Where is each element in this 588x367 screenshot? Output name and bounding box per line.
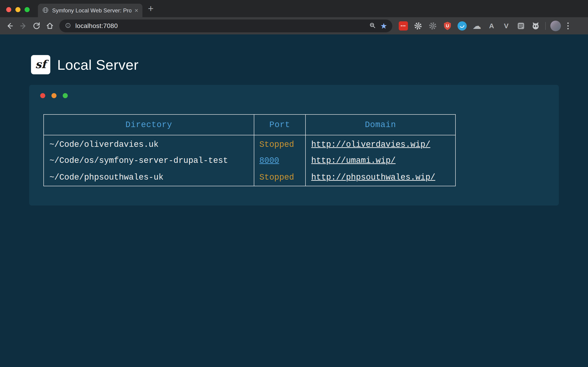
forward-arrow-icon <box>18 21 28 31</box>
domain-link[interactable]: http://umami.wip/ <box>311 156 396 165</box>
profile-avatar[interactable] <box>550 21 561 31</box>
table-row: ~/Code/os/symfony-server-drupal-test 800… <box>44 152 456 169</box>
home-icon <box>45 21 55 31</box>
gear-light-extension-icon[interactable] <box>413 21 423 31</box>
address-bar[interactable]: localhost:7080 ★ <box>59 19 392 32</box>
letter-a-extension-icon[interactable]: A <box>486 21 497 31</box>
browser-tab[interactable]: Symfony Local Web Server: Prox × <box>38 4 142 17</box>
github-octocat-extension-icon[interactable] <box>531 21 541 31</box>
bookmark-star-icon[interactable]: ★ <box>380 22 387 30</box>
back-button[interactable] <box>3 19 17 33</box>
header-domain: Domain <box>305 115 456 135</box>
panel-window-dots <box>40 93 548 98</box>
browser-window: Symfony Local Web Server: Prox × + <box>0 0 588 34</box>
terminal-panel: Directory Port Domain ~/Code/oliverdavie… <box>29 85 559 206</box>
window-controls <box>6 7 30 12</box>
gear-dark-extension-icon[interactable] <box>428 21 438 31</box>
browser-menu-icon[interactable] <box>566 21 570 31</box>
header-port: Port <box>254 115 305 135</box>
red-dots-extension-icon[interactable]: ••• <box>398 21 408 31</box>
tab-close-icon[interactable]: × <box>135 7 138 14</box>
table-row: ~/Code/phpsouthwales-uk Stopped http://p… <box>44 169 456 186</box>
new-tab-button[interactable]: + <box>148 0 154 17</box>
browser-toolbar: localhost:7080 ★ ••• <box>0 17 588 34</box>
domain-link[interactable]: http://phpsouthwales.wip/ <box>311 173 435 182</box>
port-status: Stopped <box>259 173 294 182</box>
reload-icon <box>32 21 42 31</box>
forward-button[interactable] <box>17 19 30 33</box>
servers-table-wrap: Directory Port Domain ~/Code/oliverdavie… <box>43 114 548 186</box>
directory-cell: ~/Code/phpsouthwales-uk <box>44 169 254 186</box>
window-minimize-button[interactable] <box>15 7 20 12</box>
blue-circle-extension-icon[interactable] <box>457 21 467 31</box>
window-close-button[interactable] <box>6 7 11 12</box>
ublock-shield-extension-icon[interactable]: U <box>442 21 452 31</box>
tab-favicon-globe-icon <box>42 7 49 15</box>
window-zoom-button[interactable] <box>25 7 30 12</box>
url-text: localhost:7080 <box>75 22 118 30</box>
port-link[interactable]: 8000 <box>259 156 279 165</box>
symfony-logo: sf <box>31 55 50 74</box>
reload-button[interactable] <box>30 19 43 33</box>
page-content: sf Local Server Directory Port Domain <box>0 34 588 206</box>
letter-v-extension-icon[interactable]: V <box>501 21 511 31</box>
home-button[interactable] <box>43 19 57 33</box>
extensions-area: ••• U <box>398 21 541 31</box>
svg-text:U: U <box>446 23 449 28</box>
domain-link[interactable]: http://oliverdavies.wip/ <box>311 140 430 149</box>
servers-table: Directory Port Domain ~/Code/oliverdavie… <box>43 114 456 186</box>
tab-title: Symfony Local Web Server: Prox <box>52 7 131 14</box>
page-header: sf Local Server <box>31 55 588 74</box>
list-extension-icon[interactable] <box>516 21 526 31</box>
back-arrow-icon <box>5 21 15 31</box>
panel-red-dot <box>40 93 45 98</box>
port-status: Stopped <box>259 140 294 149</box>
panel-orange-dot <box>52 93 57 98</box>
header-directory: Directory <box>44 115 254 135</box>
zoom-icon[interactable] <box>368 21 377 31</box>
directory-cell: ~/Code/os/symfony-server-drupal-test <box>44 152 254 169</box>
page-title: Local Server <box>57 57 138 73</box>
tab-strip: Symfony Local Web Server: Prox × + <box>0 0 588 17</box>
page-info-icon[interactable] <box>64 22 72 30</box>
directory-cell: ~/Code/oliverdavies.uk <box>44 135 254 152</box>
cloud-extension-icon[interactable]: ☁ <box>472 21 482 31</box>
toolbar-separator <box>545 22 546 30</box>
symfony-logo-text: sf <box>35 58 46 71</box>
panel-green-dot <box>63 93 68 98</box>
table-header-row: Directory Port Domain <box>44 115 456 135</box>
table-row: ~/Code/oliverdavies.uk Stopped http://ol… <box>44 135 456 152</box>
